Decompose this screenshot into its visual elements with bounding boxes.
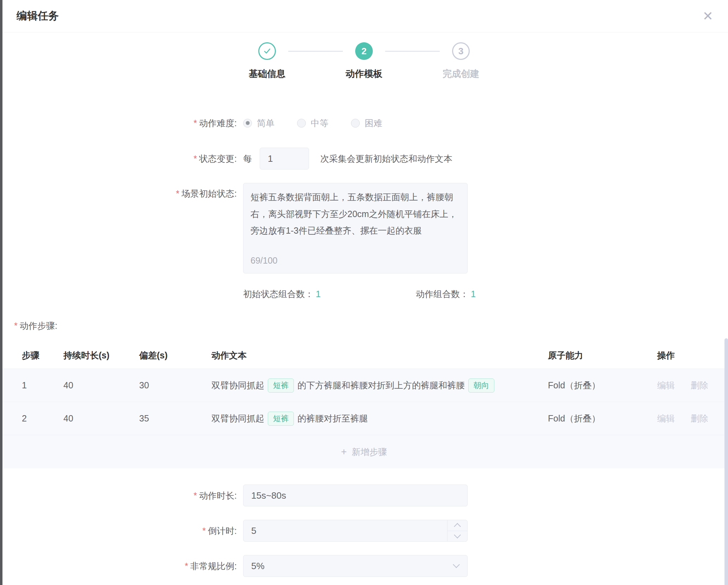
cell-step: 2 [0,413,49,424]
step-basic-info[interactable]: 基础信息 [246,42,288,80]
required-mark: * [14,321,18,331]
chevron-up-icon [454,523,461,530]
initial-state-row: *场景初始状态: 短裤五条数据背面朝上，五条数据正面朝上，裤腰朝右，离头部视野下… [0,183,728,273]
step3-label: 完成创建 [443,68,479,80]
object-tag: 短裤 [268,412,294,426]
check-icon [262,46,272,56]
cell-deviation: 35 [123,413,197,424]
cell-deviation: 30 [123,380,197,390]
step2-circle: 2 [355,42,373,60]
step3-circle: 3 [452,42,470,60]
action-duration-input[interactable]: 15s~80s [243,485,468,506]
cell-ability: Fold（折叠） [532,380,638,391]
object-tag: 短裤 [268,378,294,393]
action-combo-value: 1 [471,289,476,299]
state-change-label: *状态变更: [0,153,243,165]
radio-unselected-icon [297,119,306,128]
required-mark: * [185,561,188,571]
radio-label: 中等 [311,117,328,129]
header-ability: 原子能力 [532,350,638,361]
add-step-button[interactable]: + 新增步骤 [0,435,728,468]
cell-operation: 编辑 删除 [638,413,728,424]
state-change-prefix: 每 [243,153,252,165]
wizard-stepper: 基础信息 2 动作模板 3 完成创建 [0,42,728,80]
radio-label: 简单 [257,117,274,129]
cell-step: 1 [0,380,49,390]
difficulty-label: *动作难度: [0,117,243,129]
initial-combo-count: 初始状态组合数：1 [243,288,321,300]
radio-difficulty-medium[interactable]: 中等 [297,117,328,129]
unusual-ratio-select[interactable]: 5% [243,555,468,577]
action-steps-label: *动作步骤: [14,320,728,332]
difficulty-radio-group: 简单 中等 困难 [243,117,405,129]
step-action-template[interactable]: 2 动作模板 [343,42,385,80]
countdown-row: *倒计时: 5 [0,520,728,542]
initial-state-textarea[interactable]: 短裤五条数据背面朝上，五条数据正面朝上，裤腰朝右，离头部视野下方至少20cm之外… [243,183,468,273]
number-spinner [447,520,467,541]
chevron-down-icon [454,531,461,538]
char-counter: 69/100 [251,252,277,269]
edit-link[interactable]: 编辑 [657,380,675,390]
cell-duration: 40 [49,413,123,424]
cell-duration: 40 [49,380,123,390]
step-complete-creation[interactable]: 3 完成创建 [440,42,482,80]
cell-operation: 编辑 删除 [638,380,728,391]
spinner-down-button[interactable] [448,531,467,542]
cell-ability: Fold（折叠） [532,413,638,424]
state-change-count-input[interactable]: 1 [260,148,309,170]
state-change-row: *状态变更: 每 1 次采集会更新初始状态和动作文本 [0,148,728,170]
header-step: 步骤 [0,350,49,361]
plus-icon: + [341,446,347,457]
required-mark: * [193,118,197,128]
step1-circle [258,42,276,60]
radio-difficulty-easy[interactable]: 简单 [243,117,274,129]
table-row: 2 40 35 双臂协同抓起 短裤 的裤腰对折至裤腿 Fold（折叠） 编辑 删… [0,402,728,435]
radio-selected-icon [243,119,252,128]
unusual-ratio-row: *非常规比例: 5% [0,555,728,577]
step1-label: 基础信息 [249,68,285,80]
close-icon[interactable]: ✕ [703,10,713,23]
required-mark: * [193,154,197,164]
add-step-label: 新增步骤 [352,446,387,458]
stepper-connector [288,51,343,52]
initial-combo-value: 1 [316,289,321,299]
action-combo-count: 动作组合数：1 [416,288,476,300]
header-operation: 操作 [638,350,728,361]
edit-link[interactable]: 编辑 [657,413,675,423]
countdown-input[interactable]: 5 [243,520,468,542]
combo-counts-row: 初始状态组合数：1 动作组合数：1 [0,287,728,301]
orientation-tag: 朝向 [468,378,494,393]
table-header-row: 步骤 持续时长(s) 偏差(s) 动作文本 原子能力 操作 [0,342,728,369]
bottom-form: *动作时长: 15s~80s *倒计时: 5 *非常规比例: 5% [0,485,728,577]
state-change-suffix: 次采集会更新初始状态和动作文本 [320,153,452,165]
countdown-label: *倒计时: [0,525,243,537]
table-row: 1 40 30 双臂协同抓起 短裤 的下方裤腿和裤腰对折到上方的裤腿和裤腰 朝向… [0,369,728,402]
delete-link[interactable]: 删除 [691,380,708,390]
dialog-header: 编辑任务 ✕ [0,0,728,32]
header-action-text: 动作文本 [197,350,532,361]
dialog-title: 编辑任务 [17,9,59,23]
page-left-edge [0,0,2,585]
required-mark: * [193,491,197,500]
radio-unselected-icon [351,119,360,128]
initial-state-label: *场景初始状态: [0,183,243,199]
scrollbar-thumb[interactable] [724,338,728,585]
header-deviation: 偏差(s) [123,350,197,361]
chevron-down-icon [453,561,460,568]
required-mark: * [176,189,179,198]
radio-difficulty-hard[interactable]: 困难 [351,117,382,129]
action-steps-table: 步骤 持续时长(s) 偏差(s) 动作文本 原子能力 操作 1 40 30 双臂… [0,342,728,468]
cell-action-text: 双臂协同抓起 短裤 的下方裤腿和裤腰对折到上方的裤腿和裤腰 朝向 [197,378,532,393]
header-duration: 持续时长(s) [49,350,123,361]
initial-state-text: 短裤五条数据背面朝上，五条数据正面朝上，裤腰朝右，离头部视野下方至少20cm之外… [251,189,460,239]
required-mark: * [202,526,206,536]
stepper-connector [385,51,440,52]
difficulty-row: *动作难度: 简单 中等 困难 [0,117,728,129]
step2-label: 动作模板 [346,68,382,80]
radio-label: 困难 [365,117,382,129]
action-duration-row: *动作时长: 15s~80s [0,485,728,506]
unusual-ratio-label: *非常规比例: [0,560,243,572]
action-duration-label: *动作时长: [0,490,243,501]
spinner-up-button[interactable] [448,520,467,531]
delete-link[interactable]: 删除 [691,413,708,423]
